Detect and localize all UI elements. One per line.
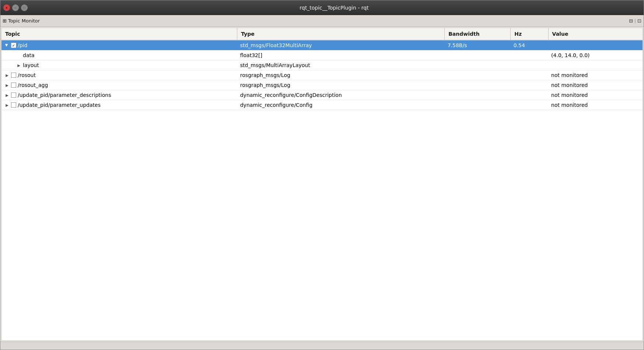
hz-cell bbox=[511, 90, 548, 100]
table-row[interactable]: ▶layoutstd_msgs/MultiArrayLayout bbox=[1, 60, 643, 70]
topic-label: /update_pid/parameter_updates bbox=[18, 102, 101, 108]
type-cell: std_msgs/MultiArrayLayout bbox=[237, 60, 445, 70]
expand-arrow-icon[interactable]: ▶ bbox=[16, 63, 21, 68]
hz-cell bbox=[511, 50, 548, 60]
menu-controls-text: ⊟ bbox=[629, 18, 633, 24]
table-header: Topic Type Bandwidth Hz Value bbox=[1, 28, 643, 40]
value-cell: not monitored bbox=[548, 90, 643, 100]
topic-cell: ▶/rosout bbox=[1, 70, 237, 80]
bandwidth-cell bbox=[445, 100, 511, 110]
bandwidth-cell: 7.58B/s bbox=[445, 40, 511, 50]
table-row[interactable]: ▶✓/pidstd_msgs/Float32MultiArray7.58B/s0… bbox=[1, 40, 643, 50]
main-window: × – □ rqt_topic__TopicPlugin - rqt ⊞ Top… bbox=[0, 0, 644, 350]
topic-cell: data bbox=[1, 50, 237, 60]
bandwidth-cell bbox=[445, 60, 511, 70]
expand-arrow-icon[interactable]: ▶ bbox=[4, 92, 10, 98]
expand-arrow-icon[interactable]: ▶ bbox=[4, 102, 10, 108]
col-header-value: Value bbox=[548, 28, 643, 40]
expand-arrow-icon[interactable]: ▶ bbox=[4, 73, 10, 78]
topic-checkbox[interactable] bbox=[11, 73, 16, 78]
bandwidth-cell bbox=[445, 90, 511, 100]
minimize-button[interactable]: – bbox=[12, 4, 19, 11]
col-header-bandwidth: Bandwidth bbox=[445, 28, 511, 40]
topic-checkbox[interactable] bbox=[11, 92, 16, 98]
topic-checkbox[interactable] bbox=[11, 102, 16, 108]
window-title: rqt_topic__TopicPlugin - rqt bbox=[28, 5, 641, 11]
bandwidth-cell bbox=[445, 70, 511, 80]
topic-label: layout bbox=[23, 62, 39, 68]
topic-cell: ▶layout bbox=[1, 60, 237, 70]
hz-cell: 0.54 bbox=[511, 40, 548, 50]
value-cell bbox=[548, 60, 643, 70]
table-row[interactable]: datafloat32[](4.0, 14.0, 0.0) bbox=[1, 50, 643, 60]
topic-cell: ▶/update_pid/parameter_descriptions bbox=[1, 90, 237, 100]
topic-cell: ▶/update_pid/parameter_updates bbox=[1, 100, 237, 110]
menu-bar-controls: ⊟ | ⊡ bbox=[629, 18, 641, 24]
topic-label: /update_pid/parameter_descriptions bbox=[18, 92, 111, 98]
hz-cell bbox=[511, 80, 548, 90]
type-cell: std_msgs/Float32MultiArray bbox=[237, 40, 445, 50]
hz-cell bbox=[511, 100, 548, 110]
table-row[interactable]: ▶/rosoutrosgraph_msgs/Lognot monitored bbox=[1, 70, 643, 80]
topic-cell: ▶/rosout_agg bbox=[1, 80, 237, 90]
topic-label: /rosout bbox=[18, 72, 36, 78]
content-area: Topic Type Bandwidth Hz Value ▶✓/pidstd_… bbox=[1, 28, 643, 341]
hz-cell bbox=[511, 60, 548, 70]
value-cell: not monitored bbox=[548, 80, 643, 90]
col-header-type: Type bbox=[237, 28, 445, 40]
menu-resize-icon: ⊡ bbox=[637, 18, 641, 24]
value-cell bbox=[548, 40, 643, 50]
bandwidth-cell bbox=[445, 50, 511, 60]
type-cell: rosgraph_msgs/Log bbox=[237, 70, 445, 80]
table-body: ▶✓/pidstd_msgs/Float32MultiArray7.58B/s0… bbox=[1, 40, 643, 110]
value-cell: (4.0, 14.0, 0.0) bbox=[548, 50, 643, 60]
window-controls: × – □ bbox=[3, 4, 28, 11]
expand-arrow-icon[interactable]: ▶ bbox=[4, 83, 10, 88]
type-cell: dynamic_reconfigure/ConfigDescription bbox=[237, 90, 445, 100]
topic-table: Topic Type Bandwidth Hz Value ▶✓/pidstd_… bbox=[1, 28, 643, 110]
app-title: ⊞ Topic Monitor bbox=[3, 18, 40, 24]
monitor-icon: ⊞ bbox=[3, 18, 7, 24]
hz-cell bbox=[511, 70, 548, 80]
col-header-hz: Hz bbox=[511, 28, 548, 40]
value-cell: not monitored bbox=[548, 70, 643, 80]
topic-label: /rosout_agg bbox=[18, 82, 48, 88]
maximize-button[interactable]: □ bbox=[21, 4, 28, 11]
expand-arrow-icon[interactable]: ▶ bbox=[4, 43, 10, 48]
title-bar: × – □ rqt_topic__TopicPlugin - rqt bbox=[0, 0, 644, 15]
table-row[interactable]: ▶/update_pid/parameter_updatesdynamic_re… bbox=[1, 100, 643, 110]
bandwidth-cell bbox=[445, 80, 511, 90]
table-row[interactable]: ▶/update_pid/parameter_descriptionsdynam… bbox=[1, 90, 643, 100]
type-cell: rosgraph_msgs/Log bbox=[237, 80, 445, 90]
menu-bar: ⊞ Topic Monitor ⊟ | ⊡ bbox=[0, 15, 644, 27]
app-title-text: Topic Monitor bbox=[8, 18, 40, 24]
col-header-topic: Topic bbox=[1, 28, 237, 40]
topic-label: /pid bbox=[18, 42, 27, 48]
menu-separator: | bbox=[634, 18, 636, 24]
status-bar bbox=[0, 342, 644, 350]
type-cell: dynamic_reconfigure/Config bbox=[237, 100, 445, 110]
value-cell: not monitored bbox=[548, 100, 643, 110]
topic-checkbox[interactable] bbox=[11, 83, 16, 88]
type-cell: float32[] bbox=[237, 50, 445, 60]
topic-cell: ▶✓/pid bbox=[1, 40, 237, 50]
topic-label: data bbox=[23, 52, 35, 58]
table-row[interactable]: ▶/rosout_aggrosgraph_msgs/Lognot monitor… bbox=[1, 80, 643, 90]
close-button[interactable]: × bbox=[3, 4, 10, 11]
topic-checkbox[interactable]: ✓ bbox=[11, 43, 16, 48]
